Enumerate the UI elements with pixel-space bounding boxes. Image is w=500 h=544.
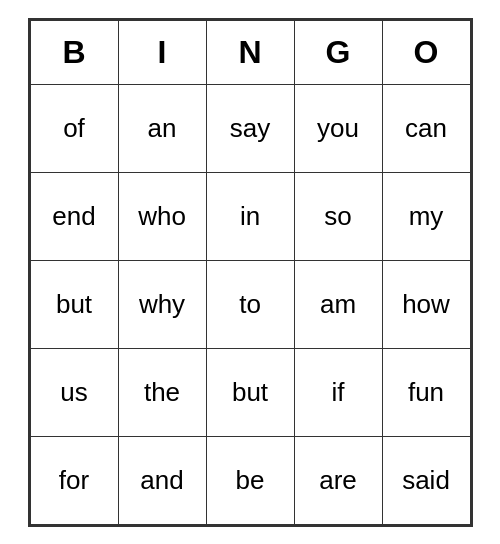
cell-r2-c1: why xyxy=(118,260,206,348)
table-row: butwhytoamhow xyxy=(30,260,470,348)
cell-r4-c0: for xyxy=(30,436,118,524)
cell-r1-c0: end xyxy=(30,172,118,260)
header-row: BINGO xyxy=(30,20,470,84)
header-cell-b: B xyxy=(30,20,118,84)
cell-r2-c4: how xyxy=(382,260,470,348)
header-cell-i: I xyxy=(118,20,206,84)
cell-r0-c1: an xyxy=(118,84,206,172)
table-row: ofansayyoucan xyxy=(30,84,470,172)
cell-r0-c3: you xyxy=(294,84,382,172)
bingo-card: BINGO ofansayyoucanendwhoinsomybutwhytoa… xyxy=(28,18,473,527)
cell-r2-c0: but xyxy=(30,260,118,348)
cell-r4-c1: and xyxy=(118,436,206,524)
cell-r1-c4: my xyxy=(382,172,470,260)
cell-r3-c1: the xyxy=(118,348,206,436)
cell-r0-c2: say xyxy=(206,84,294,172)
cell-r4-c3: are xyxy=(294,436,382,524)
table-row: usthebutiffun xyxy=(30,348,470,436)
cell-r4-c2: be xyxy=(206,436,294,524)
bingo-table: BINGO ofansayyoucanendwhoinsomybutwhytoa… xyxy=(30,20,471,525)
cell-r0-c0: of xyxy=(30,84,118,172)
table-row: forandbearesaid xyxy=(30,436,470,524)
cell-r1-c2: in xyxy=(206,172,294,260)
header-cell-o: O xyxy=(382,20,470,84)
cell-r3-c0: us xyxy=(30,348,118,436)
cell-r3-c3: if xyxy=(294,348,382,436)
cell-r4-c4: said xyxy=(382,436,470,524)
cell-r3-c2: but xyxy=(206,348,294,436)
header-cell-g: G xyxy=(294,20,382,84)
table-row: endwhoinsomy xyxy=(30,172,470,260)
cell-r0-c4: can xyxy=(382,84,470,172)
cell-r2-c2: to xyxy=(206,260,294,348)
cell-r3-c4: fun xyxy=(382,348,470,436)
cell-r2-c3: am xyxy=(294,260,382,348)
cell-r1-c1: who xyxy=(118,172,206,260)
cell-r1-c3: so xyxy=(294,172,382,260)
header-cell-n: N xyxy=(206,20,294,84)
